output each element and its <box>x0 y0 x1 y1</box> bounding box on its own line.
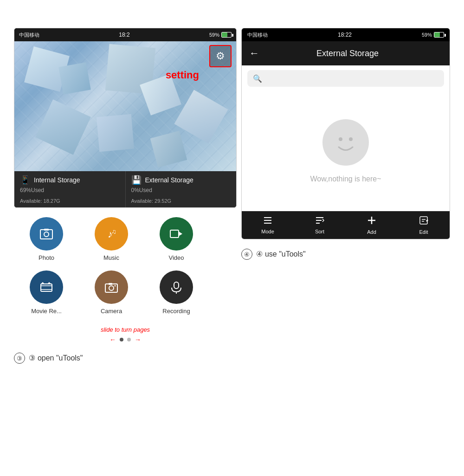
svg-rect-16 <box>174 282 179 289</box>
svg-marker-32 <box>426 219 428 222</box>
music-label: Music <box>103 254 119 261</box>
right-battery-icon <box>434 32 444 38</box>
mode-icon <box>263 216 272 227</box>
add-label: Add <box>367 229 376 235</box>
svg-point-20 <box>349 137 353 141</box>
right-battery-area: 59% <box>422 32 444 38</box>
recording-label: Recording <box>162 308 190 315</box>
svg-point-13 <box>109 286 114 290</box>
app-row-1: Photo ♪ ♫ Music Video <box>23 217 227 261</box>
right-arrow-icon: → <box>135 336 141 343</box>
slide-text: slide to turn pages <box>101 326 150 333</box>
app-recording[interactable]: Recording <box>153 270 200 315</box>
slide-indicator: slide to turn pages ← → <box>14 326 237 343</box>
external-storage-name: External Storage <box>145 176 193 184</box>
caption-num-right: ④ <box>241 249 252 260</box>
search-input[interactable] <box>266 75 438 82</box>
bottom-toolbar: Mode Sort <box>242 211 450 239</box>
svg-rect-12 <box>105 284 117 292</box>
left-status-bar: 中国移动 18:2 59% <box>14 28 236 41</box>
svg-marker-11 <box>47 282 51 284</box>
battery-pct-left: 59% <box>209 32 219 38</box>
internal-storage-name: Internal Storage <box>34 176 80 184</box>
left-arrow-icon: ← <box>110 336 116 343</box>
empty-content: Wow,nothing is here~ <box>242 91 450 211</box>
left-time: 18:2 <box>119 32 129 38</box>
add-icon <box>367 216 376 227</box>
internal-storage-icon: 📱 <box>20 175 30 185</box>
camera-label: Camera <box>101 308 122 315</box>
left-phone-screen: 中国移动 18:2 59% ⚙ setting <box>14 28 237 208</box>
internal-storage-used: 69%Used <box>20 187 120 193</box>
video-label: Video <box>168 254 184 261</box>
app-music[interactable]: ♪ ♫ Music <box>88 217 135 261</box>
app-movie[interactable]: Movie Re... <box>23 270 70 315</box>
header-title: External Storage <box>267 49 428 58</box>
app-grid: Photo ♪ ♫ Music Video <box>14 217 237 324</box>
external-storage-icon: 💾 <box>131 175 142 185</box>
dot-1 <box>120 338 123 341</box>
left-carrier: 中国移动 <box>19 32 39 39</box>
setting-label: setting <box>166 69 199 81</box>
svg-point-19 <box>339 137 342 141</box>
music-icon-circle: ♪ ♫ <box>95 217 128 251</box>
mode-label: Mode <box>261 229 274 234</box>
battery-icon-left <box>221 32 232 38</box>
svg-point-1 <box>44 232 49 237</box>
external-storage-item[interactable]: 💾 External Storage 0%Used Available: 29.… <box>126 171 237 207</box>
toolbar-add[interactable]: Add <box>346 212 398 239</box>
svg-rect-7 <box>41 284 52 291</box>
svg-rect-0 <box>40 230 52 239</box>
search-icon: 🔍 <box>253 74 262 83</box>
external-storage-available: Available: 29.52G <box>131 198 231 204</box>
movie-label: Movie Re... <box>31 308 62 315</box>
svg-marker-6 <box>179 232 182 236</box>
left-caption-text: ③ open "uTools" <box>29 354 83 362</box>
right-panel: 中国移动 18:22 59% ← External Storage 🔍 <box>241 28 450 260</box>
toolbar-edit[interactable]: Edit <box>398 212 450 239</box>
right-caption: ④ ④ use "uTools" <box>241 249 450 260</box>
camera-icon-circle <box>95 270 128 304</box>
photo-label: Photo <box>39 254 54 261</box>
right-status-bar: 中国移动 18:22 59% <box>242 28 450 41</box>
empty-text: Wow,nothing is here~ <box>310 175 381 183</box>
svg-rect-2 <box>44 229 49 231</box>
svg-point-18 <box>331 128 361 157</box>
left-caption: ③ ③ open "uTools" <box>14 353 237 364</box>
left-panel: 中国移动 18:2 59% ⚙ setting <box>14 28 237 364</box>
settings-gear-box[interactable]: ⚙ <box>209 45 232 67</box>
sort-icon <box>315 216 324 227</box>
photo-icon-circle <box>30 217 63 251</box>
svg-rect-14 <box>109 283 112 285</box>
svg-rect-5 <box>170 230 179 238</box>
search-bar[interactable]: 🔍 <box>247 70 444 87</box>
video-icon-circle <box>160 217 193 251</box>
dot-2 <box>127 338 131 341</box>
left-battery: 59% <box>209 32 232 38</box>
storage-bar: 📱 Internal Storage 69%Used Available: 18… <box>14 171 236 207</box>
right-phone-screen: 中国移动 18:22 59% ← External Storage 🔍 <box>241 28 450 239</box>
toolbar-sort[interactable]: Sort <box>294 212 346 239</box>
svg-point-15 <box>115 285 116 287</box>
toolbar-mode[interactable]: Mode <box>242 212 294 239</box>
edit-icon <box>419 216 428 227</box>
internal-storage-item[interactable]: 📱 Internal Storage 69%Used Available: 18… <box>14 171 126 207</box>
gear-icon: ⚙ <box>216 50 225 62</box>
caption-num-left: ③ <box>14 353 25 364</box>
app-camera[interactable]: Camera <box>88 270 135 315</box>
recording-icon-circle <box>160 270 193 304</box>
right-battery-pct: 59% <box>422 32 432 38</box>
svg-text:♫: ♫ <box>111 228 116 235</box>
app-photo[interactable]: Photo <box>23 217 70 261</box>
app-header: ← External Storage <box>242 41 450 65</box>
external-storage-used: 0%Used <box>131 187 231 193</box>
right-carrier: 中国移动 <box>247 32 268 39</box>
right-caption-text: ④ use "uTools" <box>256 250 305 258</box>
app-video[interactable]: Video <box>153 217 200 261</box>
right-time: 18:22 <box>338 32 352 38</box>
internal-storage-available: Available: 18.27G <box>20 198 120 204</box>
movie-icon-circle <box>30 270 63 304</box>
back-button[interactable]: ← <box>249 47 259 59</box>
smiley-face <box>322 119 369 166</box>
svg-rect-29 <box>420 217 427 224</box>
